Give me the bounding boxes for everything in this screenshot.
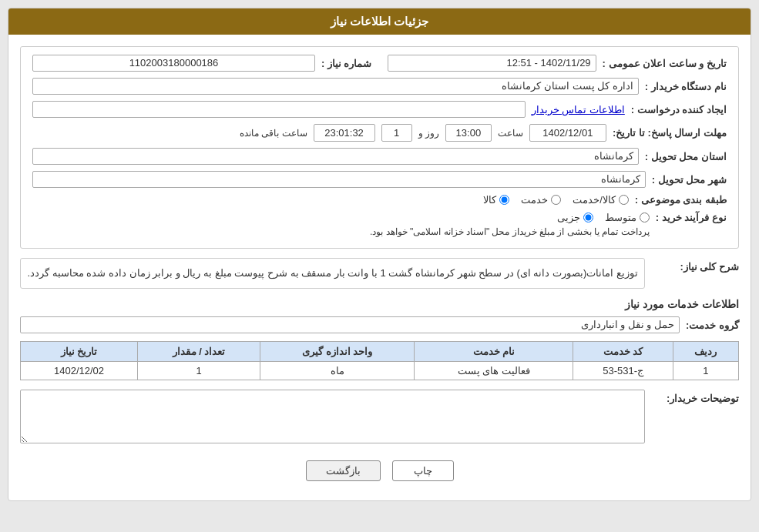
print-button[interactable]: چاپ	[392, 460, 454, 481]
tarikh-value: 1402/11/29 - 12:51	[388, 55, 596, 72]
col-kod: کد خدمت	[573, 342, 673, 362]
goroh-label: گروه خدمت:	[686, 320, 739, 331]
page-title: جزئیات اطلاعات نیاز	[8, 8, 751, 35]
tarikh-label: تاریخ و ساعت اعلان عمومی :	[603, 58, 727, 69]
col-nam: نام خدمت	[415, 342, 573, 362]
radio-khadamat[interactable]: خدمت	[521, 194, 561, 206]
col-tedad: تعداد / مقدار	[138, 342, 260, 362]
shahr-label: شهر محل تحویل :	[652, 174, 727, 186]
kala-label: کالا	[483, 194, 496, 206]
navoe-desc: پرداخت تمام یا بخشی از مبلغ خریداز محل "…	[370, 226, 650, 237]
col-vahed: واحد اندازه گیری	[260, 342, 415, 362]
tabaqe-label: طبقه بندی موضوعی :	[635, 194, 727, 206]
mohlat-saat: 13:00	[445, 124, 492, 142]
back-button[interactable]: بازگشت	[306, 460, 381, 481]
motavaset-label: متوسط	[605, 212, 636, 223]
khadamat-label: خدمت	[521, 194, 548, 206]
mohlat-date: 1402/12/01	[529, 124, 606, 142]
nam-dastgah-label: نام دستگاه خریدار :	[645, 81, 727, 92]
ostan-value: کرمانشاه	[32, 148, 639, 165]
sharh-label: شرح کلی نیاز:	[654, 258, 739, 273]
col-tarikh: تاریخ نیاز	[21, 342, 138, 362]
sharh-value: توزیع امانات(بصورت دانه ای) در سطح شهر ک…	[20, 258, 645, 289]
navoe-label: نوع فرآیند خرید :	[656, 212, 727, 223]
radio-kala-khadamat[interactable]: کالا/خدمت	[573, 194, 629, 206]
ostan-label: استان محل تحویل :	[645, 151, 727, 162]
radio-jozi[interactable]: جزیی	[557, 212, 593, 223]
shomare-niaz-label: شماره نیاز :	[321, 58, 372, 69]
jozi-label: جزیی	[557, 212, 580, 223]
goroh-value: حمل و نقل و انبارداری	[20, 316, 680, 333]
shomare-niaz-value: 1102003180000186	[32, 55, 315, 72]
mohlat-rooz: 1	[381, 124, 412, 142]
ijad-value	[32, 101, 526, 118]
saat-label: ساعت	[498, 128, 523, 139]
khadamat-section-header: اطلاعات خدمات مورد نیاز	[20, 298, 739, 310]
services-table: ردیف کد خدمت نام خدمت واحد اندازه گیری ت…	[20, 341, 739, 380]
rooz-label: روز و	[418, 128, 439, 139]
ijad-label: ایجاد کننده درخواست :	[631, 104, 727, 115]
toseef-textarea[interactable]	[20, 390, 645, 443]
nam-dastgah-value: اداره کل پست استان کرمانشاه	[32, 78, 639, 95]
ittela-tamas-link[interactable]: اطلاعات تماس خریدار	[532, 104, 625, 115]
shahr-value: کرمانشاه	[32, 171, 646, 188]
kala-khadamat-label: کالا/خدمت	[573, 194, 616, 206]
radio-kala[interactable]: کالا	[483, 194, 509, 206]
table-row: 1ج-531-53فعالیت های پستماه11402/12/02	[21, 362, 739, 380]
baghimande-label: ساعت باقی مانده	[240, 128, 307, 139]
toseef-label: توضیحات خریدار:	[654, 390, 739, 404]
col-radif: ردیف	[673, 342, 738, 362]
mohlat-label: مهلت ارسال پاسخ: تا تاریخ:	[613, 127, 727, 139]
radio-motavaset[interactable]: متوسط	[605, 212, 650, 223]
baghimande-value: 23:01:32	[314, 124, 375, 142]
